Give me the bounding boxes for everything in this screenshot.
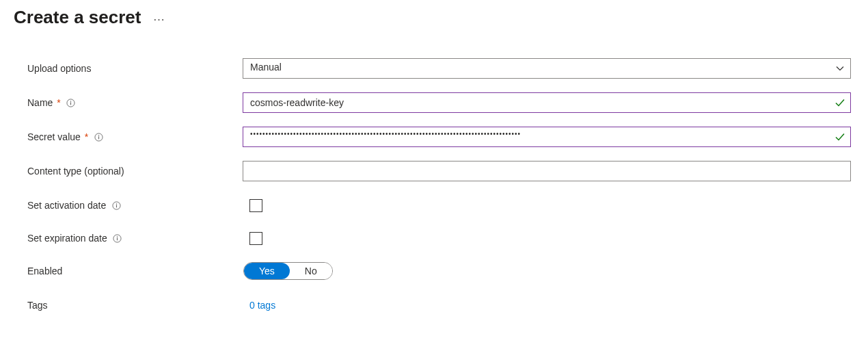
activation-date-checkbox[interactable] [249, 199, 262, 212]
activation-date-label: Set activation date [27, 200, 106, 211]
svg-rect-2 [70, 102, 71, 105]
svg-point-1 [70, 101, 71, 101]
expiration-date-label: Set expiration date [27, 233, 107, 244]
more-actions-icon[interactable]: ⋯ [153, 8, 164, 27]
create-secret-form: Upload options Manual Name * [0, 31, 868, 315]
enabled-toggle: Yes No [243, 262, 333, 280]
svg-point-4 [98, 135, 99, 135]
content-type-input[interactable] [243, 161, 851, 181]
tags-label: Tags [27, 300, 48, 311]
upload-options-value: Manual [243, 58, 851, 79]
svg-point-10 [117, 236, 118, 237]
name-input[interactable] [243, 92, 851, 113]
name-label: Name [27, 97, 53, 108]
svg-point-7 [116, 203, 116, 204]
info-icon[interactable] [111, 201, 121, 210]
content-type-label: Content type (optional) [27, 166, 124, 177]
info-icon[interactable] [113, 233, 122, 243]
required-indicator: * [85, 131, 88, 142]
expiration-date-checkbox[interactable] [249, 232, 262, 245]
page-title: Create a secret [14, 7, 141, 28]
svg-rect-8 [116, 205, 117, 207]
enabled-no-button[interactable]: No [290, 263, 332, 279]
enabled-yes-button[interactable]: Yes [244, 263, 290, 279]
tags-link[interactable]: 0 tags [249, 300, 275, 311]
required-indicator: * [57, 97, 60, 108]
secret-value-label: Secret value [27, 131, 81, 142]
svg-rect-5 [98, 136, 99, 139]
enabled-label: Enabled [27, 266, 62, 276]
upload-options-label: Upload options [27, 63, 91, 74]
svg-rect-11 [117, 237, 118, 240]
info-icon[interactable] [94, 132, 103, 142]
upload-options-select[interactable]: Manual [243, 58, 851, 79]
info-icon[interactable] [66, 98, 76, 107]
secret-value-input[interactable]: ••••••••••••••••••••••••••••••••••••••••… [243, 127, 851, 147]
